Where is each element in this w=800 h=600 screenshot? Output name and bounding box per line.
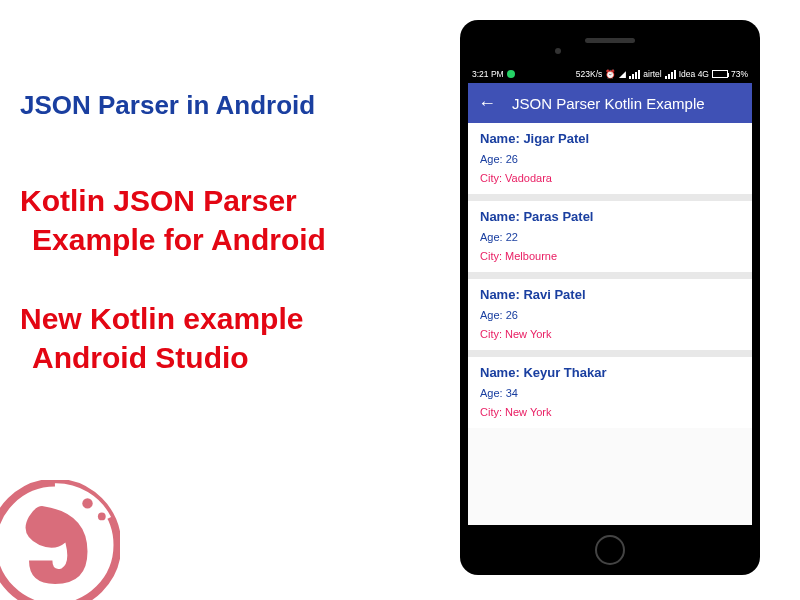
city-label: City: <box>480 172 502 184</box>
name-value: Jigar Patel <box>523 131 589 146</box>
wifi-icon: ◢ <box>619 69 626 79</box>
age-label: Age: <box>480 231 503 243</box>
alarm-icon: ⏰ <box>605 69 616 79</box>
battery-percent: 73% <box>731 69 748 79</box>
whatsapp-notification-icon <box>507 70 515 78</box>
promo-line-2: Example for Android <box>32 220 440 259</box>
carrier-2-label: Idea 4G <box>679 69 709 79</box>
age-value: 26 <box>506 153 518 165</box>
app-bar-title: JSON Parser Kotlin Example <box>512 95 705 112</box>
carrier-1-label: airtel <box>643 69 661 79</box>
list-item[interactable]: Name: Keyur Thakar Age: 34 City: New Yor… <box>468 357 752 428</box>
name-label: Name: <box>480 209 520 224</box>
app-bar: ← JSON Parser Kotlin Example <box>468 83 752 123</box>
age-label: Age: <box>480 309 503 321</box>
people-list[interactable]: Name: Jigar Patel Age: 26 City: Vadodara… <box>468 123 752 428</box>
city-label: City: <box>480 406 502 418</box>
page-heading: JSON Parser in Android <box>20 90 440 121</box>
promo-block-1: Kotlin JSON Parser Example for Android <box>20 181 440 259</box>
age-value: 22 <box>506 231 518 243</box>
svg-point-1 <box>82 498 92 508</box>
promo-line-4: Android Studio <box>32 338 440 377</box>
battery-icon <box>712 70 728 78</box>
name-label: Name: <box>480 365 520 380</box>
city-value: Melbourne <box>505 250 557 262</box>
city-value: New York <box>505 406 551 418</box>
promo-block-2: New Kotlin example Android Studio <box>20 299 440 377</box>
city-label: City: <box>480 328 502 340</box>
list-item[interactable]: Name: Ravi Patel Age: 26 City: New York <box>468 279 752 357</box>
city-value: Vadodara <box>505 172 552 184</box>
list-item[interactable]: Name: Jigar Patel Age: 26 City: Vadodara <box>468 123 752 201</box>
back-arrow-icon[interactable]: ← <box>478 93 496 114</box>
promo-line-3: New Kotlin example <box>20 302 303 335</box>
name-value: Keyur Thakar <box>523 365 606 380</box>
signal-bars-icon <box>629 70 640 79</box>
city-value: New York <box>505 328 551 340</box>
name-label: Name: <box>480 131 520 146</box>
age-label: Age: <box>480 387 503 399</box>
name-label: Name: <box>480 287 520 302</box>
city-label: City: <box>480 250 502 262</box>
age-label: Age: <box>480 153 503 165</box>
phone-screen: 3:21 PM 523K/s ⏰ ◢ airtel Idea 4G 73% ← … <box>468 65 752 525</box>
android-status-bar: 3:21 PM 523K/s ⏰ ◢ airtel Idea 4G 73% <box>468 65 752 83</box>
age-value: 34 <box>506 387 518 399</box>
age-value: 26 <box>506 309 518 321</box>
name-value: Paras Patel <box>523 209 593 224</box>
phone-device-frame: 3:21 PM 523K/s ⏰ ◢ airtel Idea 4G 73% ← … <box>460 20 760 575</box>
svg-point-2 <box>98 513 106 521</box>
list-item[interactable]: Name: Paras Patel Age: 22 City: Melbourn… <box>468 201 752 279</box>
promo-line-1: Kotlin JSON Parser <box>20 184 297 217</box>
status-time: 3:21 PM <box>472 69 504 79</box>
phone-speaker-icon <box>585 38 635 43</box>
phone-camera-icon <box>555 48 561 54</box>
brand-logo-icon <box>0 480 120 600</box>
phone-home-button[interactable] <box>595 535 625 565</box>
status-net-speed: 523K/s <box>576 69 602 79</box>
name-value: Ravi Patel <box>523 287 585 302</box>
promo-text-panel: JSON Parser in Android Kotlin JSON Parse… <box>20 90 440 417</box>
signal-bars-2-icon <box>665 70 676 79</box>
